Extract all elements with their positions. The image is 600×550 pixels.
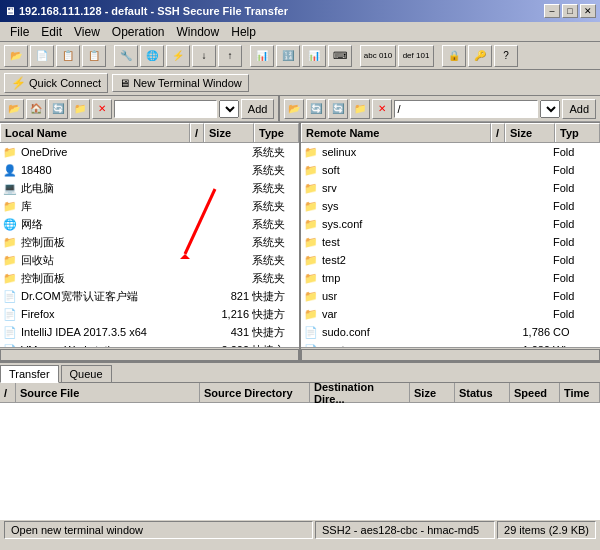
maximize-button[interactable]: □ <box>562 4 578 18</box>
right-path-input[interactable] <box>394 100 538 118</box>
list-item[interactable]: 📁 var Fold <box>301 305 600 323</box>
menu-window[interactable]: Window <box>171 23 226 41</box>
toolbar-btn-up[interactable]: ↑ <box>218 45 242 67</box>
toolbar-btn-11[interactable]: ⌨ <box>328 45 352 67</box>
toolbar-btn-8[interactable]: 📊 <box>250 45 274 67</box>
left-nav-btn-4[interactable]: 📁 <box>70 99 90 119</box>
toolbar-btn-12[interactable]: 🔒 <box>442 45 466 67</box>
left-col-size-header[interactable]: Size <box>204 123 254 142</box>
list-item[interactable]: 📄 IntelliJ IDEA 2017.3.5 x64 431 快捷方 <box>0 323 299 341</box>
minimize-button[interactable]: – <box>544 4 560 18</box>
toolbar-btn-abc[interactable]: abc 010 <box>360 45 396 67</box>
right-h-scroll[interactable] <box>301 347 600 361</box>
list-item[interactable]: 📁 库 系统夹 <box>0 197 299 215</box>
file-icon: 📁 <box>2 252 18 268</box>
menu-operation[interactable]: Operation <box>106 23 171 41</box>
list-item[interactable]: 📁 控制面板 系统夹 <box>0 233 299 251</box>
left-nav-btn-3[interactable]: 🔄 <box>48 99 68 119</box>
right-delete-btn[interactable]: ✕ <box>372 99 392 119</box>
toolbar-btn-5[interactable]: 🔧 <box>114 45 138 67</box>
left-delete-btn[interactable]: ✕ <box>92 99 112 119</box>
th-dest-dir[interactable]: Destination Dire... <box>310 383 410 402</box>
th-status[interactable]: Status <box>455 383 510 402</box>
file-type: Fold <box>553 146 598 158</box>
right-scroll-track[interactable] <box>301 349 600 361</box>
list-item[interactable]: 👤 18480 系统夹 <box>0 161 299 179</box>
tab-transfer[interactable]: Transfer <box>0 365 59 383</box>
list-item[interactable]: 📄 Firefox 1,216 快捷方 <box>0 305 299 323</box>
right-nav-btn-1[interactable]: 📂 <box>284 99 304 119</box>
list-item[interactable]: 📁 test2 Fold <box>301 251 600 269</box>
new-terminal-button[interactable]: 🖥 New Terminal Window <box>112 74 249 92</box>
list-item[interactable]: 📁 selinux Fold <box>301 143 600 161</box>
right-path-dropdown[interactable] <box>540 100 560 118</box>
right-nav-btn-3[interactable]: 🔄 <box>328 99 348 119</box>
list-item[interactable]: 📁 usr Fold <box>301 287 600 305</box>
th-source-file[interactable]: Source File <box>16 383 200 402</box>
toolbar-btn-9[interactable]: 🔢 <box>276 45 300 67</box>
left-add-button[interactable]: Add <box>241 99 275 119</box>
list-item[interactable]: 📁 sys.conf Fold <box>301 215 600 233</box>
left-scroll-track[interactable] <box>0 349 299 361</box>
right-col-slash-header[interactable]: / <box>491 123 505 142</box>
close-button[interactable]: ✕ <box>580 4 596 18</box>
right-col-size-header[interactable]: Size <box>505 123 555 142</box>
toolbar-btn-7[interactable]: ⚡ <box>166 45 190 67</box>
list-item[interactable]: 📁 srv Fold <box>301 179 600 197</box>
list-item[interactable]: 📁 回收站 系统夹 <box>0 251 299 269</box>
left-col-type-header[interactable]: Type <box>254 123 299 142</box>
toolbar-btn-3[interactable]: 📋 <box>56 45 80 67</box>
file-type: 快捷方 <box>252 307 297 322</box>
quick-connect-button[interactable]: ⚡ Quick Connect <box>4 73 108 93</box>
toolbar-btn-def[interactable]: def 101 <box>398 45 434 67</box>
toolbar-btn-13[interactable]: 🔑 <box>468 45 492 67</box>
right-col-name-header[interactable]: Remote Name <box>301 123 491 142</box>
menu-edit[interactable]: Edit <box>35 23 68 41</box>
menu-view[interactable]: View <box>68 23 106 41</box>
list-item[interactable]: 📁 soft Fold <box>301 161 600 179</box>
left-nav-btn-2[interactable]: 🏠 <box>26 99 46 119</box>
toolbar-btn-down[interactable]: ↓ <box>192 45 216 67</box>
list-item[interactable]: 📁 控制面板 系统夹 <box>0 269 299 287</box>
left-nav-btn-1[interactable]: 📂 <box>4 99 24 119</box>
right-file-list[interactable]: 📁 selinux Fold 📁 soft Fold 📁 srv Fold 📁 … <box>301 143 600 347</box>
list-item[interactable]: 📁 test Fold <box>301 233 600 251</box>
file-name: 此电脑 <box>21 181 202 196</box>
list-item[interactable]: 📄 sudo.conf 1,786 CO <box>301 323 600 341</box>
toolbar-btn-help[interactable]: ? <box>494 45 518 67</box>
right-add-button[interactable]: Add <box>562 99 596 119</box>
th-slash[interactable]: / <box>0 383 16 402</box>
file-icon: 📁 <box>303 234 319 250</box>
right-panel-toolbar: 📂 🔄 🔄 📁 ✕ Add <box>280 96 600 122</box>
left-path-input[interactable] <box>114 100 217 118</box>
list-item[interactable]: 📁 sys Fold <box>301 197 600 215</box>
left-file-list[interactable]: 📁 OneDrive 系统夹 👤 18480 系统夹 💻 此电脑 系统夹 📁 库… <box>0 143 299 347</box>
tab-queue[interactable]: Queue <box>61 365 112 382</box>
list-item[interactable]: 💻 此电脑 系统夹 <box>0 179 299 197</box>
left-col-slash-header[interactable]: / <box>190 123 204 142</box>
list-item[interactable]: 🌐 网络 系统夹 <box>0 215 299 233</box>
th-speed[interactable]: Speed <box>510 383 560 402</box>
list-item[interactable]: 📄 Dr.COM宽带认证客户端 821 快捷方 <box>0 287 299 305</box>
left-col-name-header[interactable]: Local Name <box>0 123 190 142</box>
new-terminal-label: New Terminal Window <box>133 77 242 89</box>
list-item[interactable]: 📁 tmp Fold <box>301 269 600 287</box>
right-nav-btn-2[interactable]: 🔄 <box>306 99 326 119</box>
toolbar-btn-6[interactable]: 🌐 <box>140 45 164 67</box>
right-col-type-header[interactable]: Typ <box>555 123 600 142</box>
left-h-scroll[interactable] <box>0 347 299 361</box>
toolbar-btn-10[interactable]: 📊 <box>302 45 326 67</box>
menu-help[interactable]: Help <box>225 23 262 41</box>
toolbar-btn-1[interactable]: 📂 <box>4 45 28 67</box>
left-path-dropdown[interactable] <box>219 100 239 118</box>
right-nav-btn-4[interactable]: 📁 <box>350 99 370 119</box>
toolbar-btn-2[interactable]: 📄 <box>30 45 54 67</box>
th-size[interactable]: Size <box>410 383 455 402</box>
transfer-section: Transfer Queue / Source File Source Dire… <box>0 363 600 518</box>
menu-file[interactable]: File <box>4 23 35 41</box>
list-item[interactable]: 📁 OneDrive 系统夹 <box>0 143 299 161</box>
th-time[interactable]: Time <box>560 383 600 402</box>
th-source-directory[interactable]: Source Directory <box>200 383 310 402</box>
file-name: 库 <box>21 199 202 214</box>
toolbar-btn-4[interactable]: 📋 <box>82 45 106 67</box>
